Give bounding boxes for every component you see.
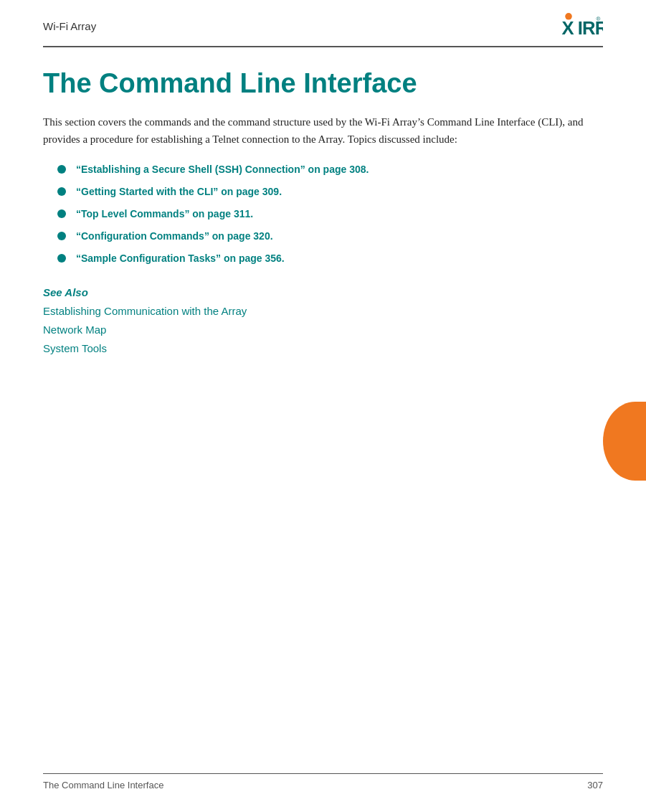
bullet-dot <box>57 232 66 240</box>
see-also-section: See Also Establishing Communication with… <box>43 286 603 357</box>
bullet-text[interactable]: “Top Level Commands” on page 311. <box>76 207 253 222</box>
page-header: Wi-Fi Array X IRRUS ® <box>43 0 603 47</box>
bullet-text[interactable]: “Sample Configuration Tasks” on page 356… <box>76 251 285 266</box>
see-also-links: Establishing Communication with the Arra… <box>43 303 603 357</box>
header-title: Wi-Fi Array <box>43 20 96 32</box>
list-item: “Configuration Commands” on page 320. <box>57 229 603 244</box>
page-wrapper: Wi-Fi Array X IRRUS ® The Command Line I… <box>0 0 646 812</box>
see-also-link-system-tools[interactable]: System Tools <box>43 340 603 357</box>
bullet-dot <box>57 187 66 196</box>
list-item: “Establishing a Secure Shell (SSH) Conne… <box>57 162 603 177</box>
bullet-dot <box>57 165 66 174</box>
bullet-dot <box>57 254 66 263</box>
logo-container: X IRRUS ® <box>511 13 603 39</box>
bullet-list: “Establishing a Secure Shell (SSH) Conne… <box>43 162 603 266</box>
bullet-text[interactable]: “Configuration Commands” on page 320. <box>76 229 273 244</box>
bullet-text[interactable]: “Establishing a Secure Shell (SSH) Conne… <box>76 162 369 177</box>
decorative-circle <box>603 402 646 481</box>
svg-text:®: ® <box>596 16 600 22</box>
bullet-dot <box>57 209 66 218</box>
intro-paragraph: This section covers the commands and the… <box>43 113 603 148</box>
see-also-link-establishing[interactable]: Establishing Communication with the Arra… <box>43 303 603 320</box>
list-item: “Top Level Commands” on page 311. <box>57 207 603 222</box>
page-footer: The Command Line Interface 307 <box>43 773 603 790</box>
see-also-link-network-map[interactable]: Network Map <box>43 321 603 339</box>
xirrus-logo: X IRRUS ® <box>511 13 603 39</box>
bullet-text[interactable]: “Getting Started with the CLI” on page 3… <box>76 184 282 199</box>
footer-page-number: 307 <box>587 780 603 790</box>
list-item: “Sample Configuration Tasks” on page 356… <box>57 251 603 266</box>
see-also-heading: See Also <box>43 286 603 298</box>
page-title: The Command Line Interface <box>43 69 603 99</box>
svg-text:X: X <box>561 18 574 38</box>
list-item: “Getting Started with the CLI” on page 3… <box>57 184 603 199</box>
footer-chapter-title: The Command Line Interface <box>43 780 163 790</box>
